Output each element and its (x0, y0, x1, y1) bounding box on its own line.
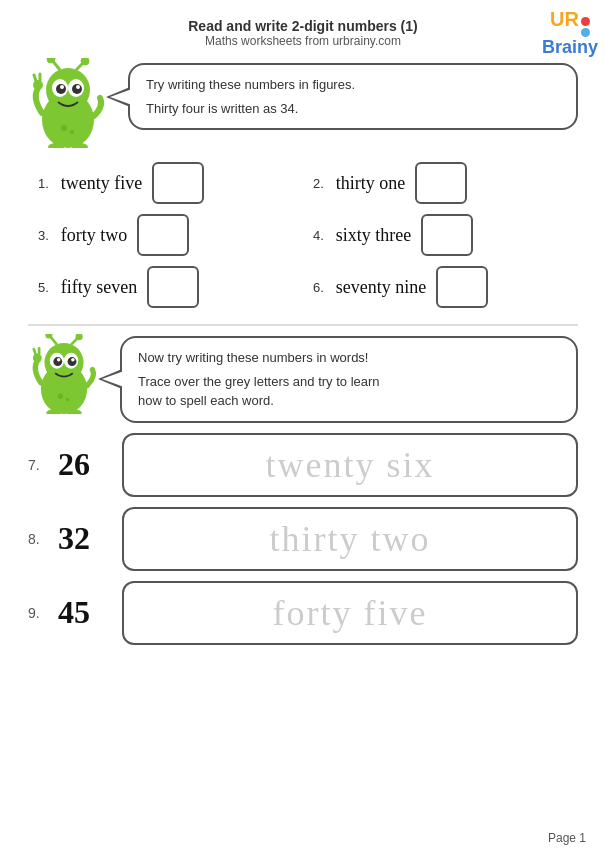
bubble2-line2: Trace over the grey letters and try to l… (138, 372, 560, 392)
svg-point-18 (70, 130, 74, 134)
question-item-3: 3. forty two (38, 214, 293, 256)
trace-8-text: thirty two (270, 518, 431, 560)
svg-line-13 (34, 75, 36, 81)
q1-answer-box[interactable] (152, 162, 204, 204)
logo: UR Brainy (542, 8, 598, 58)
q1-num: 1. (38, 176, 49, 191)
q6-label: seventy nine (336, 277, 426, 298)
trace-9-text: forty five (273, 592, 428, 634)
q6-num: 6. (313, 280, 324, 295)
bubble1-line1: Try writing these numbers in figures. (146, 75, 560, 95)
question-item-1: 1. twenty five (38, 162, 293, 204)
question-item-6: 6. seventy nine (313, 266, 568, 308)
question-item-5: 5. fifty seven (38, 266, 293, 308)
page-number: Page 1 (548, 831, 586, 845)
svg-point-17 (61, 125, 67, 131)
q1-label: twenty five (61, 173, 142, 194)
q3-num: 3. (38, 228, 49, 243)
questions-grid: 1. twenty five 2. thirty one 3. forty tw… (28, 162, 578, 308)
q2-label: thirty one (336, 173, 406, 194)
svg-point-37 (66, 398, 70, 402)
q5-label: fifty seven (61, 277, 137, 298)
logo-ball-blue (581, 28, 590, 37)
trace-item-8: 8. 32 thirty two (28, 507, 578, 571)
monster-2 (28, 334, 100, 414)
svg-point-11 (76, 85, 80, 89)
instruction-section-2: Now try writing these numbers in words! … (28, 334, 578, 423)
question-item-2: 2. thirty one (313, 162, 568, 204)
q6-answer-box[interactable] (436, 266, 488, 308)
trace-item-9: 9. 45 forty five (28, 581, 578, 645)
q5-answer-box[interactable] (147, 266, 199, 308)
svg-point-10 (60, 85, 64, 89)
header: Read and write 2-digit numbers (1) Maths… (28, 18, 578, 48)
q3-label: forty two (61, 225, 128, 246)
trace-8-num: 8. (28, 531, 46, 547)
trace-7-box[interactable]: twenty six (122, 433, 578, 497)
logo-brainy: Brainy (542, 37, 598, 58)
page: Read and write 2-digit numbers (1) Maths… (0, 0, 606, 857)
q4-label: sixty three (336, 225, 411, 246)
trace-7-text: twenty six (266, 444, 435, 486)
trace-7-digit: 26 (58, 446, 110, 483)
page-subtitle: Maths worksheets from urbrainy.com (28, 34, 578, 48)
q2-num: 2. (313, 176, 324, 191)
logo-balls (581, 17, 590, 37)
trace-9-num: 9. (28, 605, 46, 621)
q4-num: 4. (313, 228, 324, 243)
svg-point-29 (57, 358, 61, 362)
question-item-4: 4. sixty three (313, 214, 568, 256)
instruction-section-1: Try writing these numbers in figures. Th… (28, 58, 578, 148)
trace-8-box[interactable]: thirty two (122, 507, 578, 571)
logo-ball-red (581, 17, 590, 26)
svg-point-12 (33, 80, 43, 90)
section-divider (28, 324, 578, 326)
trace-9-digit: 45 (58, 594, 110, 631)
svg-point-3 (47, 58, 55, 63)
page-title: Read and write 2-digit numbers (1) (28, 18, 578, 34)
svg-line-32 (34, 349, 36, 354)
monster-1 (28, 58, 108, 148)
trace-item-7: 7. 26 twenty six (28, 433, 578, 497)
svg-point-31 (33, 354, 42, 363)
bubble2-line3: how to spell each word. (138, 391, 560, 411)
q4-answer-box[interactable] (421, 214, 473, 256)
trace-7-num: 7. (28, 457, 46, 473)
logo-ur: UR (550, 8, 579, 31)
bubble1-line2: Thirty four is written as 34. (146, 99, 560, 119)
svg-point-5 (81, 58, 89, 65)
speech-bubble-1: Try writing these numbers in figures. Th… (128, 63, 578, 130)
speech-bubble-2: Now try writing these numbers in words! … (120, 336, 578, 423)
svg-point-36 (58, 394, 63, 399)
trace-8-digit: 32 (58, 520, 110, 557)
trace-section: 7. 26 twenty six 8. 32 thirty two 9. 45 … (28, 433, 578, 645)
trace-9-box[interactable]: forty five (122, 581, 578, 645)
q5-num: 5. (38, 280, 49, 295)
q2-answer-box[interactable] (415, 162, 467, 204)
q3-answer-box[interactable] (137, 214, 189, 256)
bubble2-line1: Now try writing these numbers in words! (138, 348, 560, 368)
logo-top: UR (550, 8, 590, 37)
svg-point-30 (71, 358, 75, 362)
